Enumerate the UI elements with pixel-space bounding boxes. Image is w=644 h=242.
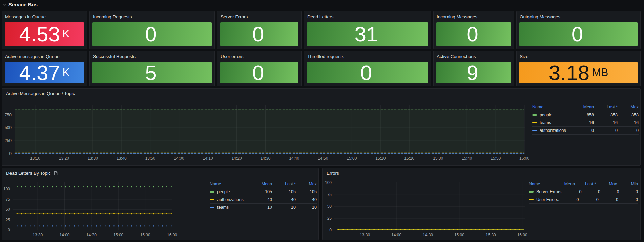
legend-series-toggle[interactable]: people (532, 113, 570, 117)
panel-title[interactable]: Throttled requests (307, 54, 344, 59)
y-tick-label: 75 (323, 192, 332, 197)
legend-col-last: Last * (594, 105, 618, 109)
stat-value: 4.53 K (5, 22, 84, 46)
legend-value: 858 (618, 113, 639, 117)
legend-value: 0 (618, 128, 639, 133)
series-swatch (529, 191, 534, 193)
legend-value: 0 (619, 189, 638, 194)
y-tick-label: 250 (2, 138, 12, 143)
stat-number: 0 (572, 24, 583, 45)
panel-title[interactable]: Incoming Requests (93, 14, 132, 19)
legend-header-row: Name Mean Last * Max (210, 180, 317, 188)
panel-title[interactable]: Incoming Messages (437, 14, 477, 19)
stat-number: 0 (145, 24, 157, 45)
legend-series-toggle[interactable]: teams (532, 120, 570, 125)
legend-value: 0 (563, 189, 582, 194)
legend-value: 40 (248, 197, 272, 202)
legend-value: 105 (296, 189, 317, 194)
legend-value: 0 (570, 128, 594, 133)
stat-number: 0 (252, 62, 264, 83)
legend-row-people: people 105 105 105 (210, 188, 317, 196)
panel-title[interactable]: Dead Letters (307, 14, 333, 19)
panel-title[interactable]: Successful Requests (93, 54, 136, 59)
legend-series-toggle[interactable]: authorizations (210, 197, 248, 202)
plot-area[interactable] (14, 105, 525, 154)
legend-header-row: Name Mean Last * Max (532, 103, 639, 111)
legend-col-mean: Mean (554, 182, 575, 186)
legend-value: 105 (272, 189, 296, 194)
legend-value: 16 (594, 120, 618, 125)
legend-col-max: Max (296, 182, 317, 186)
legend-col-name: Name (210, 182, 248, 186)
stat-panel-server-errors: Server Errors 0 (217, 11, 302, 49)
legend-col-last: Last * (272, 182, 296, 186)
series-swatch (532, 114, 537, 116)
x-tick-label: 15:10 (375, 156, 386, 161)
dashboard: Service Bus Messages in Queue 4.53 K Inc… (0, 0, 644, 242)
row-toggle-service-bus[interactable]: Service Bus (3, 1, 38, 8)
legend-value: 105 (248, 189, 272, 194)
legend-row-people: people 858 858 858 (532, 111, 639, 119)
stat-value: 0 (92, 22, 212, 46)
legend-series-toggle[interactable]: User Errors. (529, 197, 559, 202)
x-tick-label: 13:20 (59, 156, 69, 161)
stat-panel-dead-letters: Dead Letters 31 (304, 11, 431, 49)
x-tick-label: 15:30 (433, 156, 443, 161)
plot-area[interactable] (334, 182, 525, 230)
legend-table: Name Mean Last * Max people 105 105 105 … (210, 180, 317, 211)
x-tick-label: 14:30 (260, 156, 270, 161)
panel-title[interactable]: Active messages in Queue (5, 54, 60, 59)
stat-panel-incoming-messages: Incoming Messages 0 (433, 11, 514, 49)
x-tick-label: 13:30 (33, 233, 43, 237)
panel-title[interactable]: Messages in Queue (5, 14, 46, 19)
legend-series-toggle[interactable]: people (210, 189, 248, 194)
panel-title[interactable]: Server Errors (221, 14, 248, 19)
x-tick-label: 15:00 (347, 156, 357, 161)
x-tick-label: 13:40 (117, 156, 127, 161)
y-tick-label: 50 (2, 207, 10, 212)
stat-number: 5 (145, 62, 157, 83)
x-tick-label: 15:20 (404, 156, 414, 161)
legend-value: 40 (272, 197, 296, 202)
y-tick-label: 0 (323, 228, 332, 233)
panel-title[interactable]: User errors (221, 54, 244, 59)
legend-col-max: Max (596, 182, 617, 186)
plot-area[interactable] (13, 182, 172, 230)
legend-value: 0 (579, 197, 599, 202)
legend-row-teams: teams 10 10 10 (210, 204, 317, 211)
legend-col-mean: Mean (570, 105, 594, 109)
x-tick-label: 14:30 (86, 233, 97, 237)
panel-title[interactable]: Outgoing Messages (520, 14, 560, 19)
stat-panel-active-messages-in-queue: Active messages in Queue 4.37 K (2, 51, 87, 86)
stat-value: 31 (307, 22, 428, 46)
x-tick-label: 16:00 (167, 233, 177, 237)
series-swatch (210, 199, 214, 200)
x-tick-label: 14:00 (59, 233, 69, 237)
panel-title[interactable]: Size (520, 54, 528, 59)
y-tick-label: 0 (2, 151, 12, 156)
legend-row-server-errors: Server Errors. 0 0 0 0 (529, 188, 638, 196)
stat-value: 5 (92, 62, 212, 83)
stat-number: 4.53 (19, 24, 60, 45)
legend-col-name: Name (529, 182, 554, 186)
y-tick-label: 75 (2, 197, 10, 202)
legend-value: 10 (296, 205, 317, 210)
y-tick-label: 100 (323, 180, 332, 185)
stat-number: 0 (360, 62, 372, 83)
series-swatch (210, 191, 214, 193)
x-tick-label: 15:30 (140, 233, 150, 237)
y-tick-label: 0 (2, 228, 10, 233)
legend-series-toggle[interactable]: authorizations (532, 128, 570, 133)
chevron-down-icon (3, 3, 6, 6)
stat-panel-incoming-requests: Incoming Requests 0 (89, 11, 215, 49)
panel-errors: Errors 13:3014:0014:3015:0015:3016:00025… (322, 168, 641, 240)
legend-series-toggle[interactable]: Server Errors. (529, 189, 563, 194)
stat-value: 4.37 K (5, 62, 84, 83)
y-tick-label: 750 (2, 113, 12, 117)
legend-value: 10 (272, 205, 296, 210)
stat-number: 3.18 (549, 62, 590, 83)
legend-row-authorizations: authorizations 40 40 40 (210, 196, 317, 204)
panel-title[interactable]: Active Connections (437, 54, 476, 59)
stat-value: 0 (519, 22, 638, 46)
legend-series-toggle[interactable]: teams (210, 205, 248, 210)
